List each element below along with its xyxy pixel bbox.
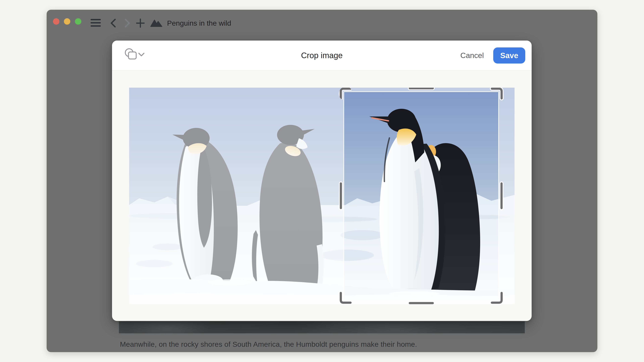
crop-dialog-header: Crop image Cancel Save xyxy=(112,40,532,70)
menu-icon[interactable] xyxy=(90,19,101,27)
crop-handle-top-left[interactable] xyxy=(339,88,353,101)
save-button[interactable]: Save xyxy=(493,47,525,63)
image-mountain-icon[interactable] xyxy=(150,19,162,27)
back-icon[interactable] xyxy=(110,18,116,28)
dialog-actions: Cancel Save xyxy=(459,40,525,70)
zoom-window-button[interactable] xyxy=(75,18,81,25)
close-window-button[interactable] xyxy=(53,18,59,25)
crop-handle-bottom[interactable] xyxy=(409,302,434,304)
crop-handle-right[interactable] xyxy=(500,182,502,209)
crop-canvas xyxy=(129,88,514,304)
crop-handle-bottom-left[interactable] xyxy=(339,291,353,304)
crop-selection[interactable] xyxy=(344,91,499,300)
cancel-button[interactable]: Cancel xyxy=(459,51,486,60)
page-title: Penguins in the wild xyxy=(167,19,231,27)
document-photo-edge xyxy=(119,322,525,333)
titlebar: Penguins in the wild xyxy=(46,10,598,36)
add-icon[interactable] xyxy=(136,18,144,28)
crop-handle-top-right[interactable] xyxy=(490,88,504,101)
forward-icon[interactable] xyxy=(124,18,131,28)
crop-handle-bottom-right[interactable] xyxy=(490,291,504,304)
minimize-window-button[interactable] xyxy=(64,18,70,25)
crop-dialog: Crop image Cancel Save xyxy=(112,40,532,321)
document-caption: Meanwhile, on the rocky shores of South … xyxy=(120,340,417,349)
desktop-background: Penguins in the wild Meanwhile, on the r… xyxy=(0,0,644,362)
crop-handle-top[interactable] xyxy=(409,88,434,89)
crop-handle-left[interactable] xyxy=(340,182,342,209)
